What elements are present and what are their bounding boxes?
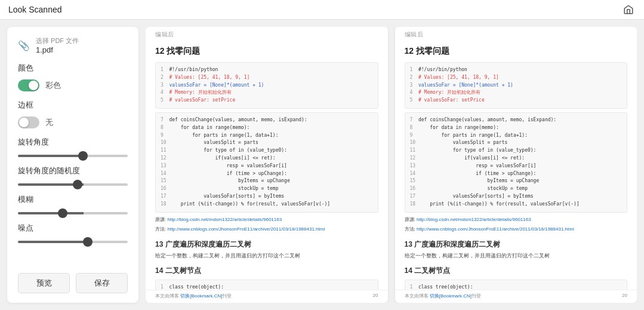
panel-2-content: 12 找零问题 1 #!/usr/bin/python 2 # Values: … (395, 40, 637, 290)
border-label: 边框 (18, 100, 128, 111)
panel-1-source-url: http://blog.csdn.net/mdsm1322/article/de… (167, 217, 282, 222)
panel-1-translate-label: 方法: (155, 226, 167, 232)
color-toggle-row: 彩色 (18, 79, 128, 91)
panel-2-code2: 7 def coinsChange(values, amount, memo, … (405, 112, 628, 213)
panel-2-code1: 1 #!/usr/bin/python 2 # Values: [25, 41,… (405, 62, 628, 109)
preview-panel-1: 编辑后 12 找零问题 1 #!/usr/bin/python 2 # Valu… (146, 27, 388, 303)
panel-2-heading2: 13 广度遍历和深度遍历二叉树 (405, 239, 628, 250)
panel-1-heading1: 12 找零问题 (155, 45, 378, 57)
panel-1-heading2: 13 广度遍历和深度遍历二叉树 (155, 239, 378, 250)
rotation-random-slider[interactable] (18, 183, 128, 186)
rotation-angle-section: 旋转角度 (18, 137, 128, 157)
panel-2-page: 20 (622, 293, 627, 299)
preview-button[interactable]: 预览 (18, 273, 70, 293)
file-select-row[interactable]: 📎 选择 PDF 文件 1.pdf (18, 36, 128, 54)
panel-2-source-url: http://blog.csdn.net/mdsm1322/article/de… (417, 217, 531, 222)
blur-label: 模糊 (18, 194, 128, 205)
panel-1-footer-text: 本文由博客 切换[Bookmark.CN]刊登 (155, 293, 232, 299)
panel-2-code3: 1 class tree(object): 2 def __init__(sel… (405, 280, 628, 290)
noise-label: 噪点 (18, 223, 128, 234)
panel-1-content: 12 找零问题 1 #!/usr/bin/python 2 # Values: … (146, 40, 388, 290)
blur-section: 模糊 (18, 194, 128, 214)
panel-1-heading3: 14 二叉树节点 (155, 265, 378, 276)
panel-1-footer: 本文由博客 切换[Bookmark.CN]刊登 20 (146, 290, 388, 303)
panel-2-tag: 编辑后 (395, 27, 637, 40)
panel-1-bookmark-link[interactable]: 切换[Bookmark.CN] (180, 293, 222, 299)
preview-area: 编辑后 12 找零问题 1 #!/usr/bin/python 2 # Valu… (146, 27, 637, 303)
color-setting: 颜色 彩色 (18, 63, 128, 91)
border-toggle-knob (19, 118, 29, 127)
panel-1-translate: 方法: http://www.cnblogs.com/JhonsonFroE11… (155, 226, 378, 233)
blur-slider[interactable] (18, 212, 128, 214)
panel-1-code3: 1 class tree(object): 2 def __init__(sel… (155, 280, 378, 290)
panel-2-bookmark-link[interactable]: 切换[Bookmark.CN] (430, 293, 472, 299)
file-select-label: 选择 PDF 文件 (36, 36, 79, 45)
app-title: Look Scanned (8, 5, 62, 14)
panel-1-source-label: 原源: (155, 217, 167, 222)
border-setting: 边框 无 (18, 100, 128, 128)
rotation-random-label: 旋转角度的随机度 (18, 165, 128, 176)
color-toggle-knob (29, 81, 38, 90)
panel-1-tag: 编辑后 (146, 27, 388, 40)
panel-2-heading3: 14 二叉树节点 (405, 265, 628, 276)
settings-panel: 📎 选择 PDF 文件 1.pdf 颜色 彩色 边框 无 (7, 27, 138, 303)
noise-slider[interactable] (18, 241, 128, 243)
color-toggle-label: 彩色 (45, 80, 61, 91)
panel-2-desc2: 给定一个整数，构建二叉树，并且用递归的方打印这个二叉树 (405, 252, 628, 260)
panel-2-footer: 本文由博客 切换[Bookmark.CN]刊登 20 (395, 290, 637, 303)
preview-panel-2: 编辑后 12 找零问题 1 #!/usr/bin/python 2 # Valu… (395, 27, 637, 303)
panel-2-heading1: 12 找零问题 (405, 45, 628, 57)
action-buttons: 预览 保存 (18, 273, 128, 293)
paperclip-icon: 📎 (18, 40, 30, 51)
home-icon (623, 4, 634, 15)
panel-1-desc2: 给定一个整数，构建二叉树，并且用递归的方打印这个二叉树 (155, 252, 378, 260)
file-info: 选择 PDF 文件 1.pdf (36, 36, 79, 54)
color-label: 颜色 (18, 63, 128, 73)
rotation-angle-label: 旋转角度 (18, 137, 128, 148)
color-toggle[interactable] (18, 79, 39, 91)
border-toggle-label: 无 (45, 117, 53, 128)
panel-1-code1: 1 #!/usr/bin/python 2 # Values: [25, 41,… (155, 62, 378, 109)
rotation-random-section: 旋转角度的随机度 (18, 165, 128, 186)
topbar: Look Scanned (0, 0, 644, 20)
border-toggle-row: 无 (18, 116, 128, 128)
panel-2-translate-label: 方法: (405, 226, 417, 232)
border-toggle[interactable] (18, 116, 39, 128)
panel-1-source: 原源: http://blog.csdn.net/mdsm1322/articl… (155, 216, 378, 223)
panel-2-source: 原源: http://blog.csdn.net/mdsm1322/articl… (405, 216, 628, 223)
panel-2-source-label: 原源: (405, 217, 417, 222)
main-layout: 📎 选择 PDF 文件 1.pdf 颜色 彩色 边框 无 (0, 20, 644, 310)
rotation-angle-slider[interactable] (18, 155, 128, 157)
panel-1-code2: 7 def coinsChange(values, amount, memo, … (155, 112, 378, 213)
noise-section: 噪点 (18, 223, 128, 243)
file-name: 1.pdf (36, 45, 79, 54)
panel-2-translate-url: http://www.cnblogs.com/JhonsonFroE11/arc… (417, 226, 574, 232)
panel-1-page: 20 (373, 293, 378, 299)
panel-1-translate-url: http://www.cnblogs.com/JhonsonFroE11/arc… (167, 226, 325, 232)
home-button[interactable] (621, 2, 636, 17)
panel-2-translate: 方法: http://www.cnblogs.com/JhonsonFroE11… (405, 226, 628, 233)
panel-2-footer-text: 本文由博客 切换[Bookmark.CN]刊登 (405, 293, 481, 299)
save-button[interactable]: 保存 (76, 273, 128, 293)
